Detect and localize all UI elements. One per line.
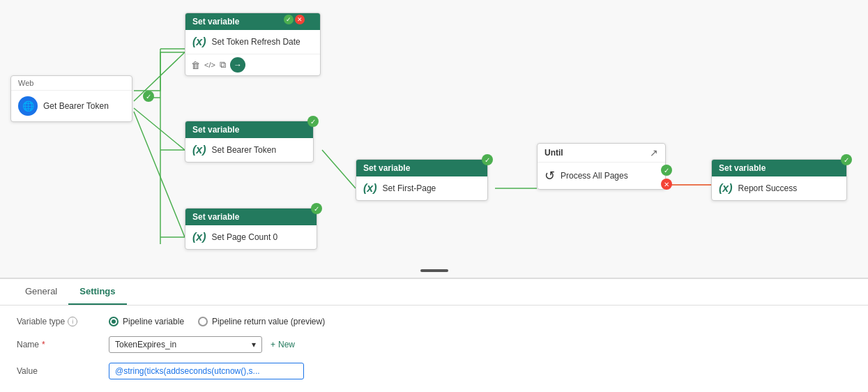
web-node: Web 🌐 Get Bearer Token: [10, 75, 132, 122]
settings-content: Variable type i Pipeline variable Pipeli…: [0, 306, 868, 392]
until-x-badge: ✕: [661, 179, 672, 190]
variable-icon-1: (x): [192, 36, 206, 48]
variable-icon-5: (x): [719, 182, 733, 195]
web-node-body: 🌐 Get Bearer Token: [11, 91, 132, 121]
required-asterisk: *: [42, 340, 45, 349]
value-label: Value: [17, 366, 100, 376]
radio-pipeline-variable[interactable]: Pipeline variable: [109, 317, 184, 326]
set-var3-body: (x) Set Page Count 0: [185, 225, 317, 249]
set-var-bearer-token-node[interactable]: Set variable (x) Set Bearer Token ✓: [185, 121, 314, 163]
variable-icon-3: (x): [192, 231, 206, 243]
copy-icon-1[interactable]: ⧉: [220, 59, 226, 70]
check-badge-5: ✓: [841, 154, 852, 165]
web-node-label: Get Bearer Token: [43, 101, 109, 111]
until-header: Until ↗: [538, 144, 665, 163]
set-var1-body: (x) Set Token Refresh Date: [185, 30, 320, 54]
report-success-header: Set variable: [712, 160, 846, 176]
arrow-btn-1[interactable]: →: [230, 57, 245, 73]
report-success-node[interactable]: Set variable (x) Report Success ✓: [711, 159, 847, 201]
connector-lines: [0, 0, 868, 278]
name-label: Name *: [17, 340, 100, 349]
loop-icon: ↺: [545, 168, 555, 183]
trash-icon-1[interactable]: 🗑: [191, 60, 200, 70]
radio-group-variable-type: Pipeline variable Pipeline return value …: [109, 317, 325, 326]
check-badge-1: ✓: [284, 15, 294, 24]
globe-icon: 🌐: [18, 96, 38, 116]
scroll-indicator: [420, 269, 448, 272]
svg-line-2: [134, 112, 185, 237]
variable-icon-2: (x): [192, 144, 206, 156]
set-var3-header: Set variable: [185, 209, 317, 225]
until-node[interactable]: Until ↗ ↺ Process All Pages ✓ ✕: [537, 143, 666, 190]
chevron-icon: ▾: [252, 340, 256, 349]
variable-icon-4: (x): [363, 182, 377, 195]
new-button[interactable]: + New: [271, 340, 295, 349]
until-body: ↺ Process All Pages: [538, 163, 665, 189]
info-icon: i: [68, 317, 77, 326]
set-var2-header: Set variable: [185, 121, 313, 138]
value-row: Value: [17, 363, 851, 379]
flow-canvas: Web 🌐 Get Bearer Token ✓ Set variable (x…: [0, 0, 868, 279]
expand-icon[interactable]: ↗: [650, 147, 658, 158]
set-first-page-node[interactable]: Set variable (x) Set First-Page ✓: [356, 159, 488, 201]
web-node-header: Web: [11, 76, 132, 91]
svg-line-1: [134, 108, 185, 150]
check-badge-4: ✓: [482, 154, 493, 165]
variable-type-row: Variable type i Pipeline variable Pipeli…: [17, 317, 851, 326]
set-var2-label: Set Bearer Token: [212, 145, 277, 155]
svg-line-0: [134, 52, 185, 101]
set-first-page-label: Set First-Page: [383, 183, 436, 193]
plus-icon: +: [271, 340, 275, 349]
code-icon-1[interactable]: </>: [204, 61, 215, 69]
tabs-bar: General Settings: [0, 279, 868, 306]
set-var1-label: Set Token Refresh Date: [212, 37, 300, 47]
svg-line-10: [322, 150, 356, 188]
set-var3-label: Set Page Count 0: [212, 232, 278, 242]
set-var1-actions: 🗑 </> ⧉ →: [185, 54, 320, 75]
set-var-page-count-node[interactable]: Set variable (x) Set Page Count 0 ✓: [185, 208, 317, 250]
variable-type-label: Variable type i: [17, 317, 100, 326]
name-row: Name * TokenExpires_in ▾ + New: [17, 336, 851, 353]
x-badge-1: ✕: [295, 15, 305, 24]
until-title: Until: [545, 148, 563, 158]
report-success-label: Report Success: [738, 183, 798, 193]
set-var-token-refresh-node[interactable]: Set variable (x) Set Token Refresh Date …: [185, 13, 321, 76]
radio-return-circle: [198, 317, 208, 326]
web-check-badge: ✓: [143, 91, 154, 102]
until-label: Process All Pages: [561, 171, 628, 181]
set-var2-body: (x) Set Bearer Token: [185, 138, 313, 162]
check-badge-2: ✓: [307, 116, 319, 127]
radio-return-value[interactable]: Pipeline return value (preview): [198, 317, 325, 326]
set-first-page-body: (x) Set First-Page: [356, 176, 487, 200]
bottom-panel: General Settings Variable type i Pipelin…: [0, 279, 868, 392]
report-success-body: (x) Report Success: [712, 176, 846, 200]
name-select[interactable]: TokenExpires_in ▾: [109, 336, 262, 353]
tab-settings[interactable]: Settings: [68, 279, 126, 305]
radio-pipeline-circle: [109, 317, 119, 326]
tab-general[interactable]: General: [14, 279, 68, 305]
set-first-page-header: Set variable: [356, 160, 487, 176]
until-check-badge: ✓: [661, 165, 672, 176]
value-input[interactable]: [109, 363, 304, 379]
check-badge-3: ✓: [311, 203, 322, 214]
